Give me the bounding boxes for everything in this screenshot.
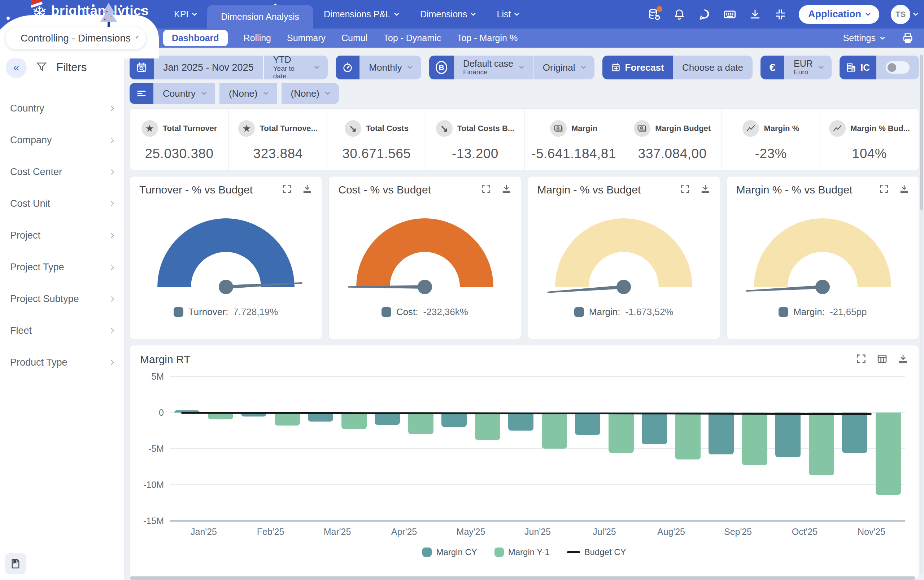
report-selector[interactable]: Controlling - Dimensions (5, 27, 147, 50)
expand-icon[interactable] (879, 184, 889, 194)
clock-icon[interactable] (336, 56, 359, 79)
gauge-pivot (219, 280, 233, 294)
chevron-right-icon (109, 137, 114, 143)
print-icon[interactable] (901, 31, 915, 45)
expand-icon[interactable] (282, 184, 292, 194)
top-nav-item-dimensions-p-l[interactable]: Dimensions P&L (313, 0, 409, 28)
chevron-right-icon (109, 169, 114, 175)
gauge-legend-label: Cost: (396, 306, 418, 318)
period-mode-dropdown[interactable]: YTD Year to date (263, 56, 328, 79)
download-chart-icon[interactable] (700, 184, 710, 194)
sub-nav-item-cumul[interactable]: Cumul (341, 33, 367, 43)
settings-label: Settings (843, 33, 876, 43)
sidebar-item-company[interactable]: Company (0, 124, 124, 156)
sidebar-item-product-type[interactable]: Product Type (0, 346, 124, 378)
sidebar-item-project[interactable]: Project (0, 219, 124, 251)
y-tick-label: -10M (140, 479, 164, 490)
expand-icon[interactable] (680, 184, 690, 194)
notification-dot (657, 6, 662, 12)
kpi-summary-card: ★Total Turnover25.030.380★Total Turnove.… (130, 108, 919, 170)
granularity-dropdown[interactable]: Monthly (359, 56, 421, 79)
sidebar-collapse-button[interactable]: « (6, 57, 27, 78)
scrollbar-thumb[interactable] (920, 55, 923, 210)
dimension-list-icon[interactable] (130, 83, 153, 104)
sidebar-item-label: Project (10, 230, 40, 241)
period-range[interactable]: Jan 2025 - Nov 2025 (154, 56, 263, 79)
legend-line-swatch (567, 551, 580, 553)
currency-dropdown[interactable]: EUR Euro (784, 56, 832, 79)
dimension-1-dropdown[interactable]: Country (153, 83, 215, 104)
chevron-right-icon (109, 105, 114, 111)
sidebar-item-cost-center[interactable]: Cost Center (0, 156, 124, 188)
expand-icon[interactable] (856, 353, 866, 364)
horizontal-scrollbar[interactable] (130, 577, 915, 580)
sidebar-item-label: Cost Center (10, 166, 62, 178)
top-nav-item-kpi[interactable]: KPI (163, 0, 207, 28)
chart-legend-item-margin-cy[interactable]: Margin CY (422, 547, 477, 557)
scenario-dropdown[interactable]: Default case Finance (454, 56, 533, 79)
chevron-down-icon (192, 11, 197, 16)
gauge-card-cost-vs-budget: Cost - % vs BudgetCost:-232,36k% (328, 176, 521, 339)
dimension-3-dropdown[interactable]: (None) (282, 83, 339, 104)
vertical-scrollbar[interactable] (920, 54, 923, 574)
budget-circle-icon[interactable]: B (429, 56, 454, 79)
sidebar-item-fleet[interactable]: Fleet (0, 315, 124, 346)
kpi-value: 323.884 (229, 146, 327, 161)
download-icon[interactable] (748, 8, 762, 21)
ic-label-segment[interactable]: IC (840, 56, 876, 79)
settings-menu[interactable]: Settings (843, 33, 884, 43)
compress-icon[interactable] (774, 8, 787, 21)
chat-icon[interactable] (698, 8, 712, 21)
x-axis-label-jul-25: Jul'25 (571, 527, 638, 537)
chevron-right-icon (109, 232, 114, 238)
x-axis-label-jun-25: Jun'25 (504, 527, 571, 537)
kpi-margin-bud: Margin % Bud...104% (820, 109, 919, 170)
user-menu[interactable]: TS (891, 5, 917, 24)
version-dropdown[interactable]: Original (533, 56, 595, 79)
kpi-label: Total Turnover (163, 124, 217, 133)
saved-report-button[interactable] (5, 553, 26, 574)
kpi-value: 30.671.565 (328, 146, 425, 161)
bell-icon[interactable] (672, 8, 686, 21)
sidebar-item-project-subtype[interactable]: Project Subtype (0, 283, 124, 315)
santa-hat-icon (30, 0, 42, 6)
application-selector[interactable]: Application (799, 5, 879, 24)
download-chart-icon[interactable] (899, 184, 909, 194)
sidebar-item-cost-unit[interactable]: Cost Unit (0, 188, 124, 219)
sidebar-item-country[interactable]: Country (0, 92, 124, 124)
euro-icon[interactable]: € (761, 56, 784, 79)
table-icon[interactable] (877, 353, 888, 364)
chevron-down-icon (866, 11, 871, 16)
kpi-value: -13.200 (426, 146, 524, 161)
dimension-2-dropdown[interactable]: (None) (219, 83, 277, 104)
forecast-toggle[interactable]: Forecast (603, 56, 673, 79)
legend-swatch (382, 307, 391, 317)
kpi-label: Margin Budget (655, 124, 711, 133)
sub-nav-item-rolling[interactable]: Rolling (244, 33, 271, 43)
download-chart-icon[interactable] (501, 184, 511, 194)
download-chart-icon[interactable] (898, 353, 909, 364)
chart-legend-item-budget-cy[interactable]: Budget CY (567, 547, 626, 557)
sub-nav-item-top-dynamic[interactable]: Top - Dynamic (383, 33, 441, 43)
gauge (157, 218, 295, 287)
ic-toggle[interactable] (886, 61, 909, 74)
top-nav-item-dimensions[interactable]: Dimensions (409, 0, 486, 28)
expand-icon[interactable] (481, 184, 491, 194)
dimension-filter-bar: Country (None) (None) (130, 83, 919, 104)
sub-nav-item-top-margin[interactable]: Top - Margin % (457, 33, 517, 43)
chart-legend-item-margin-y-1[interactable]: Margin Y-1 (494, 547, 550, 557)
top-nav-item-list[interactable]: List (486, 0, 529, 28)
sidebar-item-project-type[interactable]: Project Type (0, 251, 124, 283)
sub-nav-item-summary[interactable]: Summary (287, 33, 326, 43)
top-nav-item-dimension-analysis[interactable]: Dimension Analysis (207, 5, 313, 28)
keyboard-icon[interactable] (723, 8, 737, 21)
download-chart-icon[interactable] (302, 184, 312, 194)
choose-date-button[interactable]: Choose a date (673, 56, 753, 79)
sidebar-item-label: Country (10, 103, 44, 114)
granularity-filter: Monthly (336, 56, 421, 79)
calendar-search-icon[interactable] (130, 56, 154, 79)
sidebar-item-label: Fleet (10, 325, 32, 336)
sub-nav-item-dashboard[interactable]: Dashboard (163, 30, 228, 46)
kpi-value: -5.641.184,81 (525, 146, 623, 161)
database-sync-icon[interactable] (647, 8, 661, 21)
